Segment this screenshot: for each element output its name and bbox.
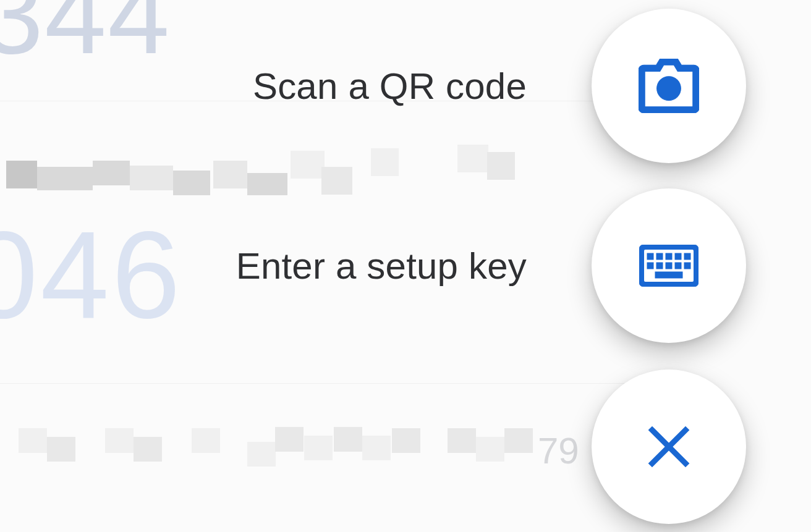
enter-setup-key-button[interactable] (592, 188, 746, 343)
fab-row-setup-key: Enter a setup key (0, 188, 811, 343)
svg-rect-11 (675, 263, 681, 269)
keyboard-icon (639, 245, 698, 287)
fab-row-scan-qr: Scan a QR code (0, 9, 811, 163)
camera-icon (639, 59, 699, 113)
svg-rect-12 (684, 263, 690, 269)
fab-speed-dial-menu: Scan a QR code Enter a setup key (0, 0, 811, 532)
scan-qr-button[interactable] (592, 9, 746, 163)
svg-rect-4 (656, 253, 663, 260)
close-fab-button[interactable] (592, 369, 746, 524)
fab-row-close (0, 369, 811, 524)
svg-rect-5 (666, 253, 672, 260)
svg-rect-3 (647, 253, 653, 260)
fab-label-scan-qr: Scan a QR code (253, 65, 527, 108)
fab-label-setup-key: Enter a setup key (236, 245, 527, 287)
svg-rect-10 (666, 263, 672, 269)
close-icon (647, 425, 690, 468)
svg-rect-13 (655, 272, 682, 278)
svg-rect-7 (684, 253, 690, 260)
svg-rect-9 (656, 263, 663, 269)
svg-rect-6 (675, 253, 681, 260)
svg-point-0 (657, 77, 681, 101)
svg-rect-8 (647, 263, 653, 269)
